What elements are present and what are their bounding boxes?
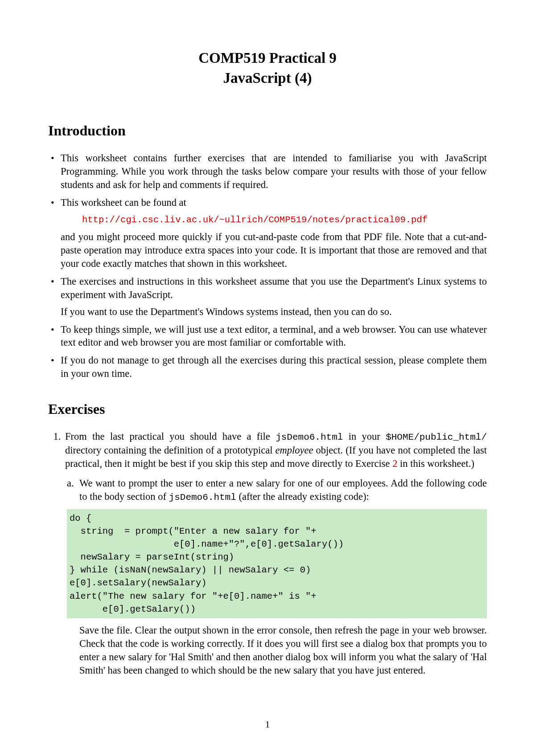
- exercises-list: From the last practical you should have …: [48, 430, 487, 677]
- code-block-1: do { string = prompt("Enter a new salary…: [67, 509, 487, 618]
- intro-bullet-4-text: To keep things simple, we will just use …: [61, 324, 487, 348]
- intro-bullet-1: This worksheet contains further exercise…: [48, 151, 487, 192]
- ex1-code2: $HOME/public_html/: [386, 432, 487, 442]
- exercises-heading: Exercises: [48, 401, 487, 417]
- ex1a-code1: jsDemo6.html: [169, 492, 236, 503]
- intro-bullet-5-text: If you do not manage to get through all …: [61, 355, 487, 379]
- ex1-code1: jsDemo6.html: [276, 432, 343, 442]
- intro-bullet-2-post: and you might proceed more quickly if yo…: [61, 230, 487, 270]
- intro-bullet-4: To keep things simple, we will just use …: [48, 323, 487, 350]
- exercise-1a: a. We want to prompt the user to enter a…: [67, 477, 487, 677]
- title-line-1: COMP519 Practical 9: [48, 48, 487, 68]
- ex1-frag5: in this worksheet.): [397, 458, 474, 469]
- exercise-1: From the last practical you should have …: [63, 430, 487, 677]
- intro-bullet-3-p1: The exercises and instructions in this w…: [61, 276, 487, 300]
- title-line-2: JavaScript (4): [48, 68, 487, 88]
- ex1-italic: employee: [276, 445, 313, 456]
- ex1a-frag2: (after the already existing code):: [236, 491, 369, 502]
- intro-bullet-2: This worksheet can be found at http://cg…: [48, 196, 487, 270]
- ex1-frag1: From the last practical you should have …: [65, 431, 276, 442]
- introduction-list: This worksheet contains further exercise…: [48, 151, 487, 380]
- exercise-1-sublist: a. We want to prompt the user to enter a…: [67, 477, 487, 677]
- title-block: COMP519 Practical 9 JavaScript (4): [48, 48, 487, 88]
- ex1a-post: Save the file. Clear the output shown in…: [79, 624, 487, 677]
- exercise-2-link[interactable]: 2: [392, 458, 397, 469]
- intro-bullet-5: If you do not manage to get through all …: [48, 354, 487, 380]
- ex1-frag3: directory containing the definition of a…: [65, 445, 276, 456]
- intro-bullet-1-text: This worksheet contains further exercise…: [61, 152, 487, 190]
- ex1-frag2: in your: [343, 431, 386, 442]
- intro-bullet-2-pre: This worksheet can be found at: [61, 197, 186, 208]
- page-number: 1: [0, 719, 535, 730]
- intro-bullet-3-p2: If you want to use the Department's Wind…: [61, 305, 487, 319]
- intro-bullet-3: The exercises and instructions in this w…: [48, 275, 487, 319]
- exercise-1a-marker: a.: [67, 477, 74, 490]
- worksheet-url[interactable]: http://cgi.csc.liv.ac.uk/~ullrich/COMP51…: [82, 214, 487, 226]
- document-page: COMP519 Practical 9 JavaScript (4) Intro…: [0, 0, 535, 756]
- introduction-heading: Introduction: [48, 123, 487, 139]
